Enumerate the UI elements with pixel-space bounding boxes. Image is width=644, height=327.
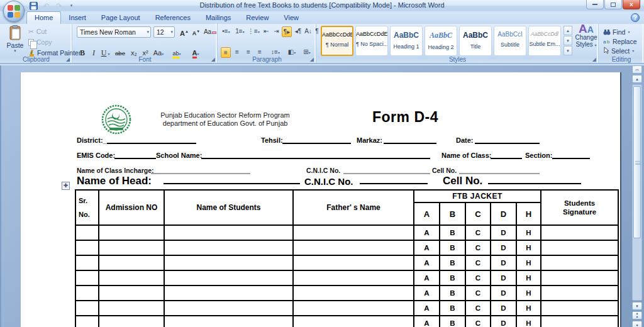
scrollbar-track[interactable] — [632, 84, 642, 301]
copy-button[interactable]: Copy — [28, 37, 52, 47]
paste-button[interactable]: Paste ▾ — [4, 25, 26, 55]
empty-cell[interactable] — [99, 255, 164, 270]
jacket-letter-cell[interactable]: A — [414, 255, 440, 270]
empty-cell[interactable] — [541, 285, 618, 301]
shrink-font-button[interactable]: A▼ — [191, 26, 202, 38]
jacket-letter-cell[interactable]: A — [414, 285, 440, 301]
jacket-letter-cell[interactable]: A — [414, 301, 440, 316]
empty-cell[interactable] — [541, 316, 618, 327]
jacket-letter-cell[interactable]: C — [465, 240, 491, 255]
styles-gallery-expand-button[interactable]: ▼ — [564, 46, 572, 55]
ruler-toggle-button[interactable]: ▭ — [632, 65, 642, 74]
grow-font-button[interactable]: A▲ — [179, 26, 190, 38]
select-browse-object-button[interactable]: ● — [632, 321, 642, 327]
empty-cell[interactable] — [541, 255, 618, 270]
ltr-direction-button[interactable]: ¶▸ — [282, 26, 292, 37]
replace-button[interactable]: a b Replace — [603, 36, 637, 46]
name-of-head-line[interactable] — [164, 173, 300, 184]
previous-page-button[interactable]: ▲▲ — [632, 311, 642, 319]
tehsil-line[interactable] — [282, 136, 351, 144]
jacket-letter-cell[interactable]: H — [516, 225, 541, 240]
clear-formatting-button[interactable]: Aa — [203, 26, 218, 38]
find-button[interactable]: Find ▾ — [603, 27, 630, 36]
empty-cell[interactable] — [293, 225, 414, 240]
scrollbar-thumb[interactable] — [633, 86, 641, 238]
select-button[interactable]: Select ▾ — [603, 46, 634, 55]
cnic-large-line[interactable] — [360, 173, 428, 184]
undo-button[interactable]: ↶ — [42, 1, 51, 10]
style-normal[interactable]: AaBbCcDdE ¶ Normal — [321, 26, 353, 56]
empty-cell[interactable] — [164, 301, 293, 316]
style-heading-1[interactable]: AaBbC Heading 1 — [390, 26, 423, 56]
empty-cell[interactable] — [164, 285, 293, 301]
styles-scroll-down-button[interactable]: ▼ — [564, 36, 572, 45]
empty-cell[interactable] — [99, 301, 164, 316]
empty-cell[interactable] — [541, 301, 618, 316]
jacket-letter-cell[interactable]: C — [465, 301, 491, 316]
minimize-button[interactable] — [586, 0, 604, 9]
maximize-button[interactable] — [604, 0, 622, 9]
paragraph-dialog-launcher[interactable]: ◢ — [310, 57, 314, 62]
help-button[interactable]: ? — [631, 13, 640, 22]
empty-cell[interactable] — [541, 270, 618, 285]
tab-view[interactable]: View — [276, 11, 306, 24]
jacket-letter-cell[interactable]: H — [516, 255, 541, 270]
empty-cell[interactable] — [293, 285, 414, 301]
font-dialog-launcher[interactable]: ◢ — [211, 57, 215, 62]
empty-cell[interactable] — [164, 225, 293, 240]
empty-cell[interactable] — [164, 240, 293, 255]
jacket-letter-cell[interactable]: H — [516, 301, 541, 316]
jacket-letter-cell[interactable]: A — [414, 225, 440, 240]
bullets-button[interactable]: •≡▾ — [219, 26, 233, 37]
cell-large-line[interactable] — [488, 173, 581, 184]
style-heading-2[interactable]: AaBbC Heading 2 — [425, 26, 457, 56]
cut-button[interactable]: ✂ Cut — [28, 26, 47, 36]
jacket-letter-cell[interactable]: B — [440, 285, 465, 301]
qat-customize-button[interactable]: ▾ — [67, 1, 76, 10]
close-button[interactable]: × — [623, 0, 640, 9]
multilevel-list-button[interactable]: ⋮≡▾ — [247, 26, 260, 37]
font-family-combo[interactable]: Times New Roman — [77, 26, 151, 38]
change-styles-button[interactable]: AA Change Styles ▾ — [574, 25, 599, 49]
name-of-class-line[interactable] — [491, 152, 522, 159]
jacket-letter-cell[interactable]: D — [491, 301, 516, 316]
school-name-line[interactable] — [201, 152, 430, 159]
tab-review[interactable]: Review — [238, 11, 276, 24]
save-button[interactable] — [29, 1, 38, 10]
style-subtle-emphasis[interactable]: AaBbCcDdl Subtle Em... — [528, 26, 561, 56]
empty-cell[interactable] — [75, 270, 99, 285]
jacket-letter-cell[interactable]: H — [516, 270, 541, 285]
district-line[interactable] — [107, 136, 196, 144]
jacket-letter-cell[interactable]: D — [491, 270, 516, 285]
jacket-letter-cell[interactable]: C — [465, 285, 491, 301]
empty-cell[interactable] — [99, 285, 164, 301]
jacket-letter-cell[interactable]: H — [516, 240, 541, 255]
jacket-letter-cell[interactable]: A — [414, 316, 440, 327]
empty-cell[interactable] — [164, 270, 293, 285]
empty-cell[interactable] — [293, 240, 414, 255]
sort-button[interactable]: A↓ — [304, 26, 313, 37]
styles-dialog-launcher[interactable]: ◢ — [592, 57, 596, 62]
style-title[interactable]: AaBbC Title — [459, 26, 492, 56]
jacket-letter-cell[interactable]: B — [440, 316, 465, 327]
jacket-letter-cell[interactable]: H — [516, 285, 541, 301]
office-button[interactable] — [3, 1, 25, 22]
jacket-letter-cell[interactable]: D — [491, 285, 516, 301]
tab-references[interactable]: References — [148, 11, 198, 24]
markaz-line[interactable] — [384, 136, 436, 144]
empty-cell[interactable] — [75, 316, 99, 327]
jacket-letter-cell[interactable]: D — [491, 240, 516, 255]
font-size-combo[interactable]: 12 — [153, 26, 175, 38]
jacket-letter-cell[interactable]: D — [491, 255, 516, 270]
tab-home[interactable]: Home — [26, 11, 61, 24]
empty-cell[interactable] — [75, 255, 99, 270]
jacket-letter-cell[interactable]: B — [440, 240, 465, 255]
increase-indent-button[interactable]: ⇥ — [272, 26, 281, 37]
jacket-letter-cell[interactable]: D — [491, 225, 516, 240]
jacket-letter-cell[interactable]: A — [414, 240, 440, 255]
decrease-indent-button[interactable]: ⇤ — [262, 26, 271, 37]
redo-button[interactable]: ↷ — [54, 1, 64, 10]
empty-cell[interactable] — [293, 255, 414, 270]
scroll-up-button[interactable]: ▲ — [632, 75, 642, 83]
jacket-letter-cell[interactable]: B — [440, 225, 465, 240]
